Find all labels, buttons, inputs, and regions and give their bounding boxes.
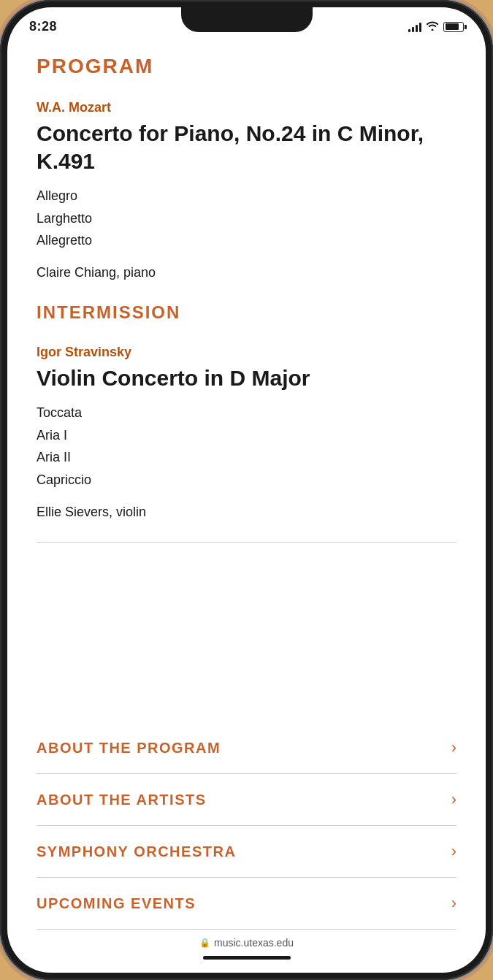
wifi-icon bbox=[426, 20, 439, 33]
piece-1-block: W.A. Mozart Concerto for Piano, No.24 in… bbox=[37, 100, 456, 280]
nav-label-symphony-orchestra: SYMPHONY ORCHESTRA bbox=[37, 843, 236, 860]
composer-2: Igor Stravinsky bbox=[37, 345, 456, 360]
nav-items-container: ABOUT THE PROGRAM › ABOUT THE ARTISTS › … bbox=[7, 722, 486, 930]
status-bar: 8:28 bbox=[7, 7, 486, 40]
nav-item-about-artists[interactable]: ABOUT THE ARTISTS › bbox=[37, 774, 456, 826]
battery-icon bbox=[443, 22, 464, 32]
chevron-about-program-icon: › bbox=[451, 738, 456, 757]
intermission-label: INTERMISSION bbox=[37, 302, 456, 323]
notch bbox=[181, 7, 313, 32]
section-divider bbox=[37, 542, 456, 543]
chevron-about-artists-icon: › bbox=[451, 790, 456, 809]
phone-frame: 8:28 PROGRAM bbox=[0, 0, 493, 980]
home-indicator[interactable] bbox=[203, 956, 291, 960]
soloist-2: Ellie Sievers, violin bbox=[37, 505, 456, 520]
lock-icon: 🔒 bbox=[199, 938, 210, 948]
movement-1-1: Allegro bbox=[37, 185, 456, 207]
nav-item-upcoming-events[interactable]: UPCOMING EVENTS › bbox=[37, 878, 456, 930]
movement-2-3: Aria II bbox=[37, 446, 456, 469]
signal-bars-icon bbox=[408, 22, 421, 32]
url-text: music.utexas.edu bbox=[214, 937, 294, 949]
url-bar: 🔒 music.utexas.edu bbox=[199, 937, 294, 949]
program-title: PROGRAM bbox=[37, 55, 456, 78]
movements-2: Toccata Aria I Aria II Capriccio bbox=[37, 402, 456, 491]
movements-1: Allegro Larghetto Allegretto bbox=[37, 185, 456, 252]
nav-label-about-artists: ABOUT THE ARTISTS bbox=[37, 792, 207, 808]
composer-1: W.A. Mozart bbox=[37, 100, 456, 115]
piece-2-block: Igor Stravinsky Violin Concerto in D Maj… bbox=[37, 345, 456, 520]
chevron-symphony-icon: › bbox=[451, 842, 456, 861]
movement-2-1: Toccata bbox=[37, 402, 456, 424]
screen: 8:28 PROGRAM bbox=[7, 7, 486, 973]
nav-label-about-program: ABOUT THE PROGRAM bbox=[37, 740, 221, 757]
piece-2-title: Violin Concerto in D Major bbox=[37, 364, 456, 392]
movement-2-4: Capriccio bbox=[37, 469, 456, 491]
soloist-1: Claire Chiang, piano bbox=[37, 265, 456, 280]
piece-1-title: Concerto for Piano, No.24 in C Minor, K.… bbox=[37, 120, 456, 175]
nav-item-about-program[interactable]: ABOUT THE PROGRAM › bbox=[37, 722, 456, 774]
bottom-bar: 🔒 music.utexas.edu bbox=[7, 930, 486, 973]
movement-2-2: Aria I bbox=[37, 424, 456, 447]
movement-1-2: Larghetto bbox=[37, 207, 456, 230]
nav-item-symphony-orchestra[interactable]: SYMPHONY ORCHESTRA › bbox=[37, 826, 456, 878]
nav-label-upcoming-events: UPCOMING EVENTS bbox=[37, 895, 196, 912]
status-icons bbox=[408, 20, 464, 33]
content-area[interactable]: PROGRAM W.A. Mozart Concerto for Piano, … bbox=[7, 40, 486, 722]
status-time: 8:28 bbox=[29, 19, 57, 34]
chevron-upcoming-icon: › bbox=[451, 894, 456, 913]
movement-1-3: Allegretto bbox=[37, 229, 456, 252]
